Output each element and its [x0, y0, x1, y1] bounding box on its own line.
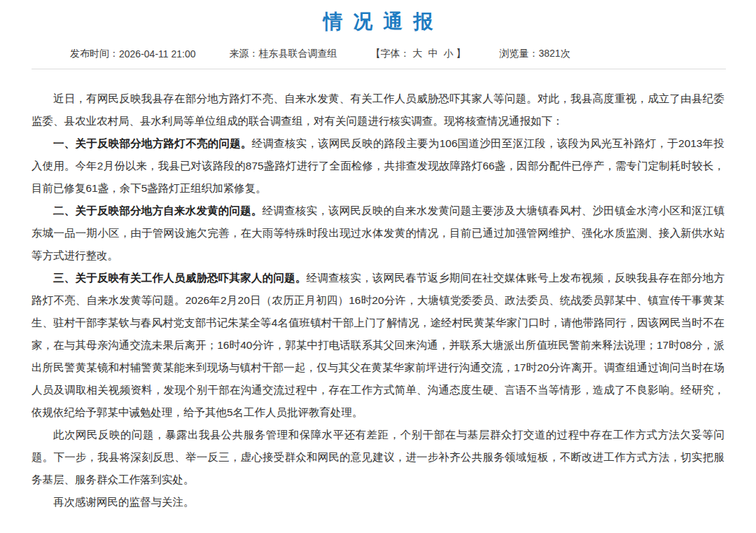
paragraph: 此次网民反映的问题，暴露出我县公共服务管理和保障水平还有差距，个别干部在与基层群…	[31, 424, 724, 491]
source-label: 来源：	[230, 48, 259, 60]
paragraph: 再次感谢网民的监督与关注。	[31, 491, 724, 513]
font-size-medium-button[interactable]: 中	[428, 48, 438, 60]
view-count-label: 浏览量：	[500, 48, 539, 60]
publish-time-value: 2026-04-11 21:00	[119, 48, 196, 60]
source: 来源： 桂东县联合调查组	[230, 48, 337, 60]
view-count: 浏览量： 3821次	[500, 48, 570, 60]
paragraph: 三、关于反映有关工作人员威胁恐吓其家人的问题。经调查核实，该网民春节返乡期间在社…	[31, 267, 724, 424]
notice-page: 情况通报 发布时间： 2026-04-11 21:00 来源： 桂东县联合调查组…	[0, 0, 756, 533]
paragraph-heading: 二、关于反映部分地方自来水发黄的问题。	[53, 205, 262, 216]
publish-time: 发布时间： 2026-04-11 21:00	[70, 48, 196, 60]
font-size-large-button[interactable]: 大	[413, 48, 423, 60]
paragraph-heading: 一、关于反映部分地方路灯不亮的问题。	[53, 137, 252, 149]
font-size-label: 【字体：	[371, 48, 410, 60]
font-size-switcher: 【字体： 大 中 小 】	[371, 48, 466, 60]
meta-bar: 发布时间： 2026-04-11 21:00 来源： 桂东县联合调查组 【字体：…	[0, 46, 756, 62]
paragraph: 一、关于反映部分地方路灯不亮的问题。经调查核实，该网民反映的路段主要为106国道…	[31, 132, 724, 200]
font-size-small-button[interactable]: 小	[444, 48, 454, 60]
font-size-label-close: 】	[456, 48, 466, 60]
source-value: 桂东县联合调查组	[259, 48, 337, 60]
article-body: 近日，有网民反映我县存在部分地方路灯不亮、自来水发黄、有关工作人员威胁恐吓其家人…	[0, 69, 756, 513]
paragraph: 近日，有网民反映我县存在部分地方路灯不亮、自来水发黄、有关工作人员威胁恐吓其家人…	[31, 88, 724, 132]
paragraph-heading: 三、关于反映有关工作人员威胁恐吓其家人的问题。	[53, 272, 307, 284]
page-title: 情况通报	[0, 8, 756, 35]
publish-time-label: 发布时间：	[70, 48, 119, 60]
view-count-value: 3821次	[539, 48, 570, 60]
paragraph: 二、关于反映部分地方自来水发黄的问题。经调查核实，该网民反映的自来水发黄问题主要…	[31, 200, 724, 267]
